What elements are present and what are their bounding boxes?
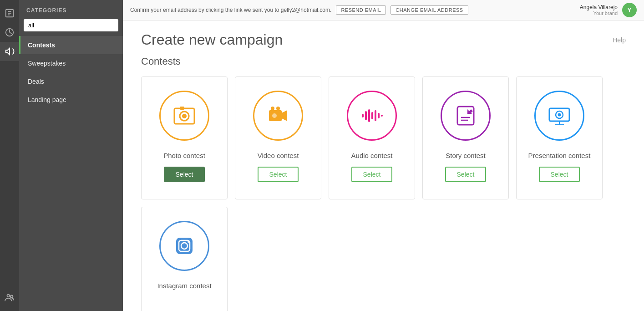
presentation-contest-label: Presentation contest [528,152,591,159]
photo-contest-card: Photo contest Select [141,76,228,199]
svg-point-6 [10,296,13,298]
audio-icon [358,102,385,129]
svg-rect-20 [375,110,376,121]
community-icon[interactable] [0,288,19,307]
sidebar-item-sweepstakes[interactable]: Sweepstakes [19,54,123,72]
video-contest-select-button[interactable]: Select [258,167,299,182]
page-title: Create new campaign [141,31,283,48]
story-contest-icon-circle [441,91,491,141]
user-info: Angela Villarejo Your brand [580,4,618,16]
svg-rect-17 [365,111,367,120]
presentation-contest-card: Presentation contest Select [516,76,603,199]
banner-message: Confirm your email address by clicking t… [130,7,331,13]
content-area: Contests Photo contest Select [123,56,644,311]
presentation-contest-icon-circle [534,91,584,141]
video-contest-icon-circle [253,91,303,141]
photo-contest-select-button[interactable]: Select [164,167,205,182]
story-contest-select-button[interactable]: Select [445,167,487,182]
more-cards-row: Instagram contest [141,207,626,311]
svg-rect-16 [362,114,364,117]
audio-contest-icon-circle [347,91,397,141]
svg-rect-19 [371,112,373,119]
svg-point-15 [272,113,277,118]
user-brand: Your brand [580,10,618,16]
audio-contest-select-button[interactable]: Select [351,167,393,182]
instagram-contest-card: Instagram contest [141,207,228,311]
page-header: Create new campaign Help [123,20,644,56]
svg-point-9 [182,114,187,118]
sidebar-icons [0,0,19,311]
presentation-contest-select-button[interactable]: Select [539,167,580,182]
photo-contest-icon-circle [159,91,209,141]
analytics-icon[interactable] [0,23,19,42]
main-content: Confirm your email address by clicking t… [123,0,644,311]
avatar[interactable]: Y [622,3,637,17]
contests-section-title: Contests [141,56,626,67]
video-contest-label: Video contest [258,152,299,159]
sidebar-item-contests[interactable]: Contests [19,36,123,54]
svg-point-13 [271,107,274,110]
contests-cards-row: Photo contest Select Video contest S [141,76,626,199]
banner-left: Confirm your email address by clicking t… [130,5,468,15]
instagram-icon [171,232,198,260]
svg-point-34 [188,241,189,243]
category-panel: CATEGORIES Contests Sweepstakes Deals La… [19,0,123,311]
help-link[interactable]: Help [613,36,626,44]
sidebar-item-deals[interactable]: Deals [19,72,123,91]
svg-rect-22 [381,115,383,117]
instagram-contest-icon-circle [159,221,209,271]
svg-point-28 [558,113,561,117]
audio-contest-label: Audio contest [351,152,393,159]
sidebar-item-landing[interactable]: Landing page [19,91,123,109]
categories-title: CATEGORIES [19,0,123,19]
svg-rect-10 [180,107,184,110]
search-input[interactable] [24,19,118,31]
story-icon [452,102,479,129]
top-banner: Confirm your email address by clicking t… [123,0,644,20]
banner-right: Angela Villarejo Your brand Y [580,3,637,17]
campaigns-icon[interactable] [0,4,19,23]
photo-contest-label: Photo contest [163,152,205,159]
story-contest-label: Story contest [446,152,486,159]
presentation-icon [546,102,573,129]
audio-contest-card: Audio contest Select [329,76,415,199]
svg-rect-21 [378,113,380,118]
story-contest-card: Story contest Select [422,76,509,199]
photo-icon [171,102,198,129]
user-name: Angela Villarejo [580,4,618,10]
video-icon [264,102,292,129]
megaphone-icon[interactable] [0,42,19,61]
search-wrapper [19,19,123,36]
instagram-contest-label: Instagram contest [157,282,211,290]
video-contest-card: Video contest Select [235,76,321,199]
svg-rect-23 [457,107,474,125]
svg-point-5 [7,295,10,297]
change-email-button[interactable]: CHANGE EMAIL ADDRESS [390,5,468,15]
svg-marker-12 [282,110,287,121]
svg-rect-18 [368,109,370,122]
resend-email-button[interactable]: RESEND EMAIL [336,5,386,15]
svg-point-14 [276,107,280,110]
